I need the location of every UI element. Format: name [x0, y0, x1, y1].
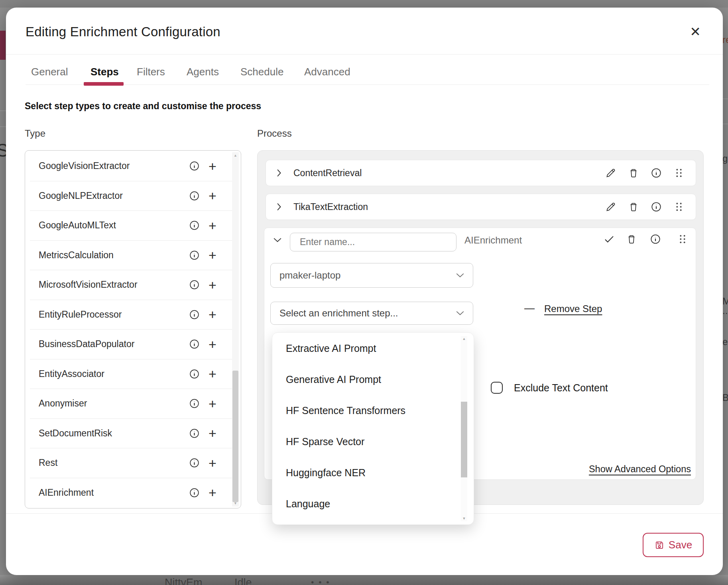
info-icon[interactable]	[650, 201, 662, 213]
step-type-list: GoogleVisionExtractor+ GoogleNLPExtracto…	[25, 150, 241, 508]
info-icon[interactable]	[189, 339, 200, 350]
background-row-status: Idle	[234, 577, 252, 585]
scroll-up-icon[interactable]: ▲	[232, 153, 239, 157]
chevron-down-icon[interactable]	[273, 238, 282, 244]
scrollbar-thumb[interactable]	[232, 371, 238, 502]
scroll-up-icon[interactable]: ▲	[461, 337, 467, 341]
process-step-tikatextextraction: TikaTextExtraction	[266, 194, 696, 220]
info-icon[interactable]	[650, 167, 662, 179]
enrichment-config-dialog: Editing Enrichment Configuration ✕ Gener…	[6, 8, 723, 575]
list-item: GoogleVisionExtractor+	[30, 151, 236, 181]
drag-handle-icon[interactable]	[673, 167, 685, 179]
list-item: AIEnrichment+	[30, 478, 236, 508]
type-list-scrollbar[interactable]: ▲ ▼	[232, 152, 239, 506]
exclude-text-content-checkbox[interactable]	[491, 382, 503, 394]
show-advanced-options-link[interactable]: Show Advanced Options	[589, 464, 691, 475]
info-icon[interactable]	[189, 368, 200, 379]
tabs-divider	[26, 84, 709, 85]
agent-select[interactable]: pmaker-laptop	[270, 263, 473, 288]
exclude-text-content-label: Exclude Text Content	[514, 382, 608, 394]
info-icon[interactable]	[189, 161, 200, 172]
background-line	[723, 124, 728, 124]
type-column-label: Type	[25, 128, 45, 139]
scrollbar-thumb[interactable]	[461, 402, 467, 477]
edit-icon[interactable]	[605, 201, 617, 213]
agent-select-value: pmaker-laptop	[279, 270, 456, 281]
dropdown-option[interactable]: Generative AI Prompt	[272, 364, 456, 395]
delete-icon[interactable]	[628, 167, 639, 179]
list-item: BusinessDataPopulator+	[30, 329, 236, 359]
drag-handle-icon[interactable]	[673, 201, 685, 213]
dropdown-option[interactable]: Extractive AI Prompt	[272, 333, 456, 364]
remove-step-button[interactable]: Remove Step	[543, 303, 604, 314]
tab-steps[interactable]: Steps	[91, 66, 119, 78]
edit-icon[interactable]	[605, 167, 617, 179]
scroll-down-icon[interactable]: ▼	[461, 516, 467, 520]
dialog-title: Editing Enrichment Configuration	[26, 24, 220, 39]
save-button-label: Save	[669, 539, 692, 551]
background-text-fragment: B	[722, 392, 728, 403]
info-icon[interactable]	[189, 428, 200, 439]
info-icon[interactable]	[189, 398, 200, 409]
step-type-label: EntityAssociator	[39, 369, 189, 379]
background-text-fragment: es	[722, 336, 728, 347]
step-type-label: MicrosoftVisionExtractor	[39, 279, 189, 290]
screen: S re g M. ... es B NittyEm ... Idle • • …	[0, 0, 728, 585]
info-icon[interactable]	[189, 309, 200, 320]
info-icon[interactable]	[649, 233, 661, 245]
scroll-down-icon[interactable]: ▼	[232, 501, 239, 505]
tab-agents[interactable]: Agents	[187, 66, 219, 78]
step-name-input[interactable]	[290, 233, 456, 251]
add-step-icon[interactable]: +	[207, 161, 218, 172]
add-step-icon[interactable]: +	[207, 249, 218, 261]
tab-advanced[interactable]: Advanced	[304, 66, 350, 78]
add-step-icon[interactable]: +	[207, 428, 218, 439]
step-type-label: BusinessDataPopulator	[39, 339, 189, 349]
dropdown-option[interactable]: HF Sparse Vector	[272, 426, 456, 457]
confirm-check-icon[interactable]	[603, 233, 615, 245]
dropdown-option[interactable]: Language	[272, 488, 456, 519]
add-step-icon[interactable]: +	[207, 398, 218, 409]
add-step-icon[interactable]: +	[207, 309, 218, 320]
enrichment-step-select[interactable]: Select an enrichment step...	[270, 302, 473, 325]
chevron-right-icon[interactable]	[277, 169, 281, 177]
tab-general[interactable]: General	[31, 66, 68, 78]
add-step-icon[interactable]: +	[207, 339, 218, 350]
tab-filters[interactable]: Filters	[137, 66, 165, 78]
dropdown-scrollbar[interactable]: ▲ ▼	[461, 336, 467, 521]
list-item: GoogleAutoMLText+	[30, 210, 236, 240]
dropdown-option[interactable]: HF Sentence Transformers	[272, 395, 456, 426]
add-step-icon[interactable]: +	[207, 190, 218, 201]
add-step-icon[interactable]: +	[207, 368, 218, 379]
header-divider	[6, 54, 723, 55]
process-step-contentretrieval: ContentRetrieval	[266, 160, 696, 186]
add-step-icon[interactable]: +	[207, 487, 218, 498]
info-icon[interactable]	[189, 220, 200, 231]
list-item: MetricsCalculation+	[30, 240, 236, 270]
step-type-label: EntityRuleProcessor	[39, 309, 189, 320]
info-icon[interactable]	[189, 249, 200, 261]
info-icon[interactable]	[189, 279, 200, 291]
info-icon[interactable]	[189, 457, 200, 469]
drag-handle-icon[interactable]	[677, 233, 689, 245]
step-type-label: Anonymiser	[39, 398, 189, 409]
add-step-icon[interactable]: +	[207, 279, 218, 291]
info-icon[interactable]	[189, 487, 200, 498]
step-type-label: GoogleVisionExtractor	[39, 161, 189, 171]
dropdown-option[interactable]: Huggingface NER	[272, 457, 456, 488]
delete-icon[interactable]	[626, 233, 637, 245]
list-item: GoogleNLPExtractor+	[30, 181, 236, 211]
step-type-label: SetDocumentRisk	[39, 428, 189, 439]
list-item: EntityAssociator+	[30, 359, 236, 389]
chevron-down-icon	[456, 273, 464, 278]
chevron-right-icon[interactable]	[277, 203, 281, 211]
add-step-icon[interactable]: +	[207, 220, 218, 231]
save-button[interactable]: Save	[643, 533, 704, 557]
background-maroon-block	[0, 31, 6, 60]
tab-schedule[interactable]: Schedule	[240, 66, 283, 78]
step-type-label: GoogleNLPExtractor	[39, 190, 189, 201]
add-step-icon[interactable]: +	[207, 457, 218, 469]
delete-icon[interactable]	[628, 201, 639, 213]
info-icon[interactable]	[189, 190, 200, 201]
close-icon[interactable]: ✕	[686, 23, 704, 41]
